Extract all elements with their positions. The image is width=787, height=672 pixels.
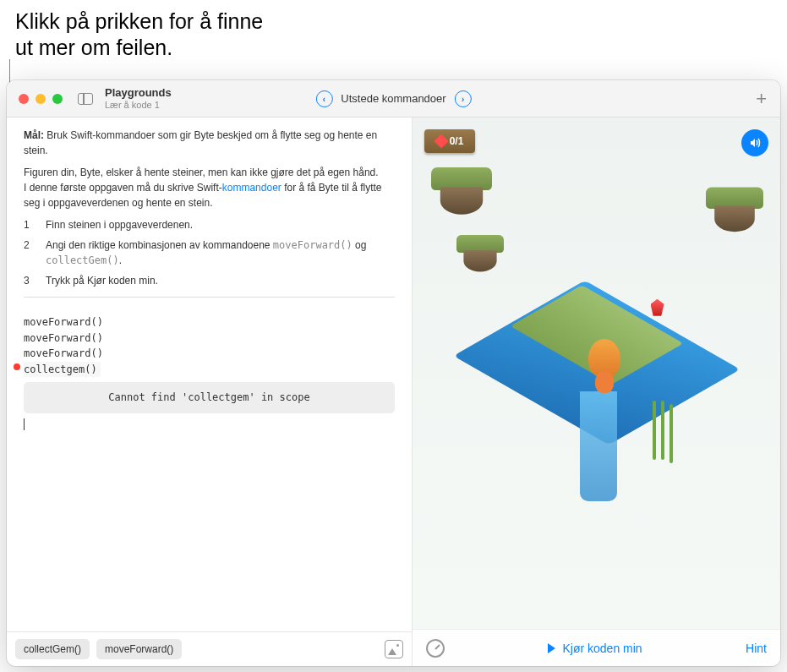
play-icon [548, 643, 555, 653]
step-3: 3 Trykk på Kjør koden min. [24, 273, 395, 288]
code-line[interactable]: moveForward() [24, 346, 395, 362]
speaker-icon [748, 136, 762, 150]
goal-text: Bruk Swift-kommandoer som gir Byte beskj… [24, 129, 377, 156]
code-editor[interactable]: moveForward() moveForward() moveForward(… [7, 306, 412, 439]
code-line[interactable]: moveForward() [24, 314, 395, 331]
step-2: 2 Angi den riktige kombinasjonen av komm… [24, 238, 395, 268]
run-code-button[interactable]: Kjør koden min [548, 642, 642, 655]
page-nav: ‹ Utstede kommandoer › [315, 90, 471, 107]
run-label: Kjør koden min [562, 642, 642, 655]
gem [651, 299, 664, 316]
error-banner[interactable]: Cannot find 'collectgem' in scope [24, 382, 395, 413]
prev-page-button[interactable]: ‹ [315, 90, 332, 107]
floating-island [431, 167, 492, 213]
code-line-error[interactable]: collectgem() [24, 362, 395, 378]
image-picker-icon[interactable] [385, 640, 403, 658]
titlebar: Playgrounds Lær å kode 1 ‹ Utstede komma… [7, 80, 780, 117]
sidebar-toggle-icon[interactable] [78, 93, 93, 105]
main-island [462, 244, 732, 481]
divider [24, 297, 395, 298]
waterfall [580, 391, 617, 501]
suggestion-chip[interactable]: collectGem() [15, 639, 90, 659]
title-group: Playgrounds Lær å kode 1 [105, 87, 172, 111]
byte-character [586, 339, 623, 390]
app-subtitle: Lær å kode 1 [105, 100, 172, 111]
editor-pane: Mål: Bruk Swift-kommandoer som gir Byte … [7, 117, 413, 666]
page-title[interactable]: Utstede kommandoer [341, 92, 445, 105]
game-world[interactable]: 0/1 [413, 117, 780, 629]
close-button[interactable] [19, 94, 29, 104]
score-badge: 0/1 [424, 129, 475, 153]
callout-annotation: Klikk på prikken for å finne ut mer om f… [15, 8, 263, 62]
app-window: Playgrounds Lær å kode 1 ‹ Utstede komma… [7, 80, 780, 666]
step-1: 1 Finn steinen i oppgaveverdenen. [24, 217, 395, 232]
app-title: Playgrounds [105, 87, 172, 100]
goal-label: Mål: [24, 129, 44, 141]
suggestion-chip[interactable]: moveForward() [96, 639, 182, 659]
speed-icon[interactable] [426, 639, 445, 658]
content-area: Mål: Bruk Swift-kommandoer som gir Byte … [7, 117, 780, 666]
error-dot-icon[interactable] [14, 363, 20, 370]
glossary-link[interactable]: kommandoer [222, 182, 281, 194]
intro-line-2a: I denne første oppgaven må du skrive Swi… [24, 182, 222, 194]
window-controls [19, 94, 63, 104]
minimize-button[interactable] [36, 94, 46, 104]
sound-toggle-button[interactable] [741, 129, 768, 156]
code-line[interactable]: moveForward() [24, 331, 395, 347]
run-toolbar: Kjør koden min Hint [413, 629, 780, 666]
maximize-button[interactable] [52, 94, 63, 104]
vines [653, 401, 656, 460]
add-button[interactable]: + [756, 88, 767, 110]
gem-icon [434, 134, 448, 149]
floating-island [706, 188, 763, 231]
intro-line-1: Figuren din, Byte, elsker å hente steine… [24, 167, 379, 178]
text-cursor [24, 418, 395, 430]
hint-button[interactable]: Hint [746, 642, 767, 655]
next-page-button[interactable]: › [455, 90, 472, 107]
suggestions-bar: collectGem() moveForward() [7, 631, 412, 666]
live-view-pane: 0/1 [413, 117, 780, 666]
steps-list: 1 Finn steinen i oppgaveverdenen. 2 Angi… [24, 217, 395, 288]
score-value: 0/1 [450, 135, 464, 147]
instructions: Mål: Bruk Swift-kommandoer som gir Byte … [7, 117, 412, 306]
